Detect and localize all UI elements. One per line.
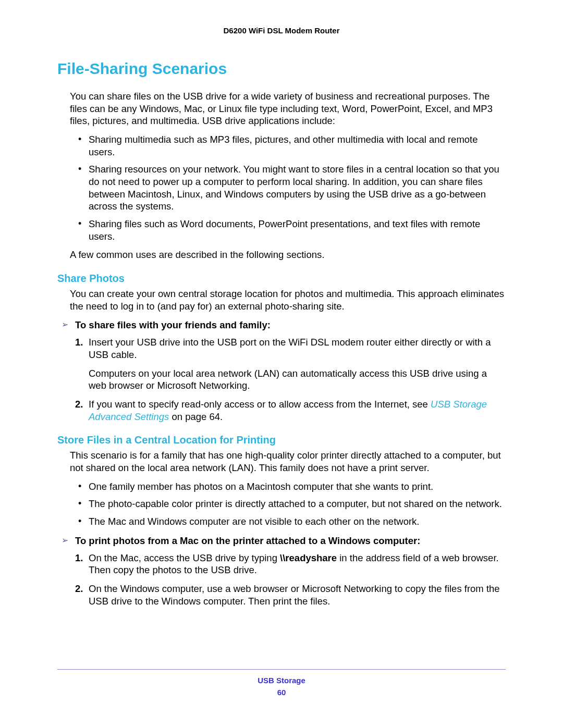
step-subtext: Computers on your local area network (LA… xyxy=(89,367,506,392)
page-header: D6200 WiFi DSL Modem Router xyxy=(57,26,506,35)
step-text-pre: If you want to specify read-only access … xyxy=(89,399,431,410)
store-files-task: To print photos from a Mac on the printe… xyxy=(57,535,506,547)
list-item: Insert your USB drive into the USB port … xyxy=(57,336,506,392)
share-photos-task: To share files with your friends and fam… xyxy=(57,319,506,331)
section-outro: A few common uses are described in the f… xyxy=(70,249,506,261)
section-intro: You can share files on the USB drive for… xyxy=(70,90,506,127)
store-files-intro: This scenario is for a family that has o… xyxy=(70,449,506,474)
list-item: The Mac and Windows computer are not vis… xyxy=(57,515,506,528)
footer-page-number: 60 xyxy=(57,688,506,697)
share-photos-intro: You can create your own central storage … xyxy=(70,288,506,312)
share-photos-title: Share Photos xyxy=(57,273,506,285)
share-photos-steps: Insert your USB drive into the USB port … xyxy=(57,336,506,423)
step-text-post: on page 64. xyxy=(169,411,223,422)
list-item: Sharing files such as Word documents, Po… xyxy=(57,218,506,242)
footer-section: USB Storage xyxy=(57,676,506,685)
list-item: One family member has photos on a Macint… xyxy=(57,480,506,493)
list-item: On the Windows computer, use a web brows… xyxy=(57,583,506,607)
store-files-title: Store Files in a Central Location for Pr… xyxy=(57,434,506,446)
step-text-pre: On the Mac, access the USB drive by typi… xyxy=(89,552,280,563)
store-files-steps: On the Mac, access the USB drive by typi… xyxy=(57,552,506,608)
list-item: On the Mac, access the USB drive by typi… xyxy=(57,552,506,576)
section-title: File-Sharing Scenarios xyxy=(57,60,506,78)
step-text: Insert your USB drive into the USB port … xyxy=(89,337,491,360)
list-item: If you want to specify read-only access … xyxy=(57,398,506,423)
list-item: Sharing resources on your network. You m… xyxy=(57,163,506,213)
list-item: Sharing multimedia such as MP3 files, pi… xyxy=(57,133,506,158)
store-files-bullets: One family member has photos on a Macint… xyxy=(57,480,506,528)
document-page: D6200 WiFi DSL Modem Router File-Sharing… xyxy=(0,0,563,728)
command-text: \\readyshare xyxy=(280,552,337,563)
page-footer: USB Storage 60 xyxy=(57,669,506,697)
list-item: The photo-capable color printer is direc… xyxy=(57,498,506,510)
section-bullets: Sharing multimedia such as MP3 files, pi… xyxy=(57,133,506,242)
